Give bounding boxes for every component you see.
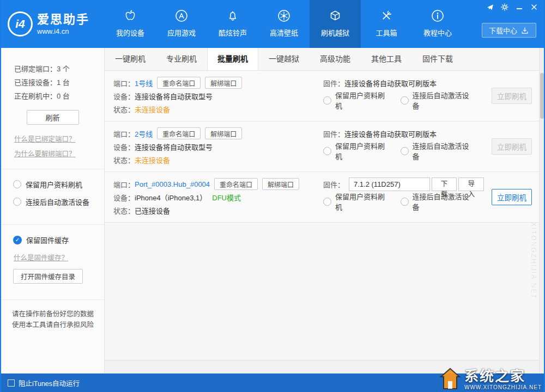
radio-label: 保留用户资料刷机	[335, 90, 386, 111]
toolbox-icon	[379, 7, 394, 24]
nav-label: 高清壁纸	[270, 27, 298, 38]
keep-firmware-cache-checkbox[interactable]: ✓ 保留固件缓存	[13, 235, 104, 245]
firmware-label: 固件：	[323, 179, 344, 189]
radio-icon	[323, 96, 331, 105]
stat-bound-ports: 已绑定端口：3 个	[14, 62, 104, 76]
jailbreak-box-icon	[328, 7, 343, 24]
unbind-port-button[interactable]: 解绑端口	[205, 127, 242, 139]
auto-activate-radio[interactable]: 连接后自动激活设备	[401, 191, 470, 212]
stat-connected-devices: 已连接设备：1 台	[14, 76, 104, 89]
close-button[interactable]	[530, 3, 538, 11]
rename-port-button[interactable]: 重命名端口	[214, 178, 258, 190]
tab-advanced[interactable]: 高级功能	[310, 48, 361, 70]
nav-label: 我的设备	[116, 27, 144, 38]
app-logo: i4 爱思助手 www.i4.cn	[1, 0, 105, 48]
settings-button[interactable]	[500, 3, 509, 11]
nav-label: 工具箱	[376, 27, 397, 38]
device-value: 连接设备将自动获取型号	[135, 142, 213, 152]
keep-user-data-radio[interactable]: 保留用户资料刷机	[323, 140, 386, 161]
nav-item-toolbox[interactable]: 工具箱	[361, 0, 412, 48]
firmware-download-button[interactable]: 下载	[432, 177, 457, 191]
radio-icon	[401, 198, 409, 206]
firmware-import-button[interactable]: 导入	[458, 177, 484, 191]
radio-icon	[401, 96, 409, 105]
firmware-label: 固件：	[323, 128, 344, 139]
tab-one-click-flash[interactable]: 一键刷机	[105, 48, 156, 70]
status-value: 已连接设备	[135, 205, 170, 216]
radio-icon	[401, 147, 409, 155]
main-content: 一键刷机 专业刷机 批量刷机 一键越狱 高级功能 其他工具 固件下载 端口： 1…	[105, 48, 544, 373]
open-cache-dir-button[interactable]: 打开固件缓存目录	[13, 269, 83, 284]
auto-activate-radio[interactable]: 连接后自动激活设备	[13, 197, 104, 207]
gear-icon	[501, 3, 508, 11]
link-what-is-bound-port[interactable]: 什么是已绑定端口？	[14, 132, 104, 147]
block-itunes-checkbox[interactable]: 阻止iTunes自动运行	[8, 378, 80, 388]
nav-label: 刷机越狱	[321, 27, 349, 38]
tab-firmware-download[interactable]: 固件下载	[412, 48, 463, 70]
checkbox-label: 保留固件缓存	[26, 235, 69, 245]
firmware-version-select[interactable]: 7.1.2 (11D257)	[349, 177, 430, 191]
scrollbar-thumb[interactable]	[540, 73, 544, 119]
radio-label: 保留用户资料刷机	[335, 140, 386, 161]
rename-port-button[interactable]: 重命名端口	[157, 77, 201, 89]
nav-label: 应用游戏	[167, 27, 196, 38]
link-why-unbind-port[interactable]: 为什么要解绑端口？	[14, 147, 104, 162]
radio-icon	[323, 147, 331, 155]
refresh-button[interactable]: 刷新	[27, 110, 79, 125]
nav-label: 教程中心	[423, 27, 452, 38]
pin-icon	[486, 3, 494, 11]
keep-user-data-radio[interactable]: 保留用户资料刷机	[323, 191, 386, 212]
device-row-connected: 端口： Port_#0003.Hub_#0004 重命名端口 解绑端口 设备： …	[105, 172, 544, 223]
auto-activate-radio[interactable]: 连接后自动激活设备	[401, 140, 470, 161]
rename-port-button[interactable]: 重命名端口	[157, 127, 201, 139]
auto-activate-radio[interactable]: 连接后自动激活设备	[401, 90, 470, 111]
risk-warning: 请在操作前备份好您的数据 使用本工具请自行承担风险	[1, 300, 104, 330]
main-nav: 我的设备 应用游戏 酷炫铃声 高清壁纸	[105, 0, 463, 48]
device-row: 端口： 1号线 重命名端口 解绑端口 设备： 连接设备将自动获取型号 状态： 未…	[105, 71, 544, 121]
flash-now-button[interactable]: 立即刷机	[492, 138, 532, 155]
nav-label: 酷炫铃声	[219, 27, 247, 38]
port-value: Port_#0003.Hub_#0004	[135, 180, 210, 188]
unbind-port-button[interactable]: 解绑端口	[262, 178, 299, 190]
app-window: i4 爱思助手 www.i4.cn 我的设备 应用游戏	[0, 0, 545, 392]
tab-batch-flash[interactable]: 批量刷机	[207, 48, 258, 70]
pin-button[interactable]	[486, 3, 494, 11]
stat-flashing-devices: 正在刷机中：0 台	[14, 89, 104, 103]
radio-icon	[13, 198, 21, 206]
tab-bar: 一键刷机 专业刷机 批量刷机 一键越狱 高级功能 其他工具 固件下载	[105, 48, 544, 71]
warning-line: 请在操作前备份好您的数据	[12, 309, 94, 320]
flash-now-button[interactable]: 立即刷机	[492, 88, 532, 104]
port-label: 端口：	[113, 179, 135, 189]
minimize-button[interactable]	[515, 3, 524, 11]
flash-now-button[interactable]: 立即刷机	[492, 189, 532, 205]
radio-icon	[323, 198, 331, 206]
nav-item-tutorials[interactable]: 教程中心	[412, 0, 463, 48]
radio-label: 保留用户资料刷机	[335, 191, 386, 212]
nav-item-my-devices[interactable]: 我的设备	[105, 0, 156, 48]
info-icon	[430, 7, 445, 24]
download-center-button[interactable]: 下载中心	[482, 23, 536, 38]
dfu-mode-badge: DFU模式	[212, 192, 241, 203]
nav-item-wallpapers[interactable]: 高清壁纸	[258, 0, 310, 48]
bottom-bar: 阻止iTunes自动运行	[1, 373, 544, 392]
device-stats: 已绑定端口：3 个 已连接设备：1 台 正在刷机中：0 台	[1, 48, 104, 103]
scrollbar-track[interactable]	[539, 48, 544, 373]
keep-user-data-radio[interactable]: 保留用户资料刷机	[13, 179, 104, 189]
nav-item-ringtones[interactable]: 酷炫铃声	[207, 0, 258, 48]
tab-pro-flash[interactable]: 专业刷机	[156, 48, 207, 70]
tab-other-tools[interactable]: 其他工具	[361, 48, 412, 70]
nav-item-flash-jailbreak[interactable]: 刷机越狱	[310, 0, 361, 48]
keep-user-data-radio[interactable]: 保留用户资料刷机	[323, 90, 386, 111]
main-footer	[105, 360, 544, 373]
app-name: 爱思助手	[37, 13, 89, 27]
link-what-is-firmware-cache[interactable]: 什么是固件缓存？	[14, 252, 104, 262]
unbind-port-button[interactable]: 解绑端口	[205, 77, 242, 89]
minimize-icon	[517, 8, 522, 9]
checkbox-icon	[8, 379, 15, 387]
nav-item-app-games[interactable]: 应用游戏	[156, 0, 207, 48]
device-label: 设备：	[113, 192, 135, 203]
port-value: 2号线	[135, 128, 153, 139]
radio-icon	[13, 180, 21, 188]
tab-one-click-jailbreak[interactable]: 一键越狱	[258, 48, 310, 70]
firmware-label: 固件：	[323, 78, 344, 88]
